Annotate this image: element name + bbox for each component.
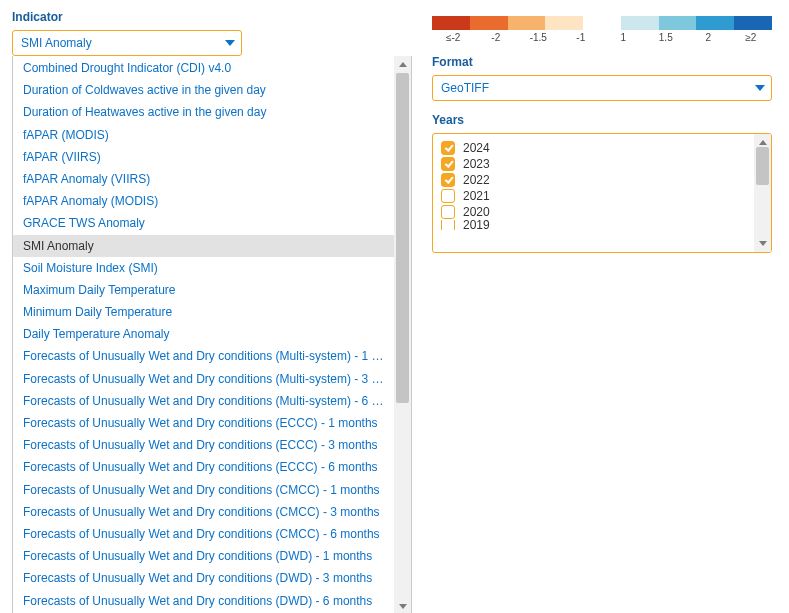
legend-tick: ≥2 <box>730 32 773 43</box>
indicator-option[interactable]: Forecasts of Unusually Wet and Dry condi… <box>13 479 394 501</box>
legend-swatch <box>432 16 470 30</box>
indicator-option[interactable]: Forecasts of Unusually Wet and Dry condi… <box>13 523 394 545</box>
indicator-option[interactable]: Maximum Daily Temperature <box>13 279 394 301</box>
indicator-option[interactable]: fAPAR (VIIRS) <box>13 146 394 168</box>
chevron-down-icon <box>755 85 765 91</box>
indicator-option[interactable]: Soil Moisture Index (SMI) <box>13 257 394 279</box>
legend-swatch <box>583 16 621 30</box>
color-legend: ≤-2-2-1.5-111.52≥2 <box>432 16 772 43</box>
indicator-option[interactable]: Forecasts of Unusually Wet and Dry condi… <box>13 434 394 456</box>
checkbox-icon[interactable] <box>441 189 455 203</box>
indicator-option[interactable]: Forecasts of Unusually Wet and Dry condi… <box>13 501 394 523</box>
indicator-select[interactable]: SMI Anomaly <box>12 30 242 56</box>
years-label: Years <box>432 113 772 127</box>
indicator-selected-value: SMI Anomaly <box>21 36 92 50</box>
indicator-option[interactable]: Combined Drought Indicator (CDI) v4.0 <box>13 57 394 79</box>
legend-swatch <box>734 16 772 30</box>
indicator-option[interactable]: Forecasts of Unusually Wet and Dry condi… <box>13 545 394 567</box>
year-option[interactable]: 2021 <box>441 188 746 204</box>
year-label: 2024 <box>463 141 490 155</box>
legend-tick: 2 <box>687 32 730 43</box>
years-scrollbar[interactable] <box>754 134 771 252</box>
legend-swatch <box>621 16 659 30</box>
indicator-option[interactable]: GRACE TWS Anomaly <box>13 212 394 234</box>
legend-tick: -1.5 <box>517 32 560 43</box>
indicator-option[interactable]: Daily Temperature Anomaly <box>13 323 394 345</box>
year-label: 2023 <box>463 157 490 171</box>
checkbox-icon[interactable] <box>441 220 455 230</box>
year-label: 2020 <box>463 205 490 219</box>
indicator-option[interactable]: Forecasts of Unusually Wet and Dry condi… <box>13 412 394 434</box>
indicator-option[interactable]: Forecasts of Unusually Wet and Dry condi… <box>13 590 394 612</box>
legend-tick: -2 <box>475 32 518 43</box>
legend-swatch <box>659 16 697 30</box>
indicator-dropdown: Combined Drought Indicator (CDI) v4.0Dur… <box>12 56 412 613</box>
format-select[interactable]: GeoTIFF <box>432 75 772 101</box>
indicator-option[interactable]: fAPAR (MODIS) <box>13 124 394 146</box>
scroll-thumb[interactable] <box>756 147 769 185</box>
scroll-thumb[interactable] <box>396 73 409 403</box>
indicator-option[interactable]: Forecasts of Unusually Wet and Dry condi… <box>13 456 394 478</box>
checkbox-icon[interactable] <box>441 141 455 155</box>
indicator-option[interactable]: fAPAR Anomaly (VIIRS) <box>13 168 394 190</box>
legend-swatch <box>508 16 546 30</box>
chevron-down-icon <box>225 40 235 46</box>
year-option[interactable]: 2019 <box>441 220 746 230</box>
legend-swatch <box>696 16 734 30</box>
year-option[interactable]: 2020 <box>441 204 746 220</box>
indicator-label: Indicator <box>12 10 412 24</box>
indicator-scrollbar[interactable] <box>394 56 411 613</box>
legend-swatch <box>545 16 583 30</box>
years-listbox: 202420232022202120202019 <box>432 133 772 253</box>
year-label: 2021 <box>463 189 490 203</box>
year-label: 2019 <box>463 220 490 230</box>
indicator-option[interactable]: SMI Anomaly <box>13 235 394 257</box>
legend-tick: 1 <box>602 32 645 43</box>
year-option[interactable]: 2022 <box>441 172 746 188</box>
year-option[interactable]: 2023 <box>441 156 746 172</box>
indicator-option[interactable]: Duration of Coldwaves active in the give… <box>13 79 394 101</box>
indicator-option[interactable]: Forecasts of Unusually Wet and Dry condi… <box>13 345 394 367</box>
indicator-option[interactable]: fAPAR Anomaly (MODIS) <box>13 190 394 212</box>
checkbox-icon[interactable] <box>441 157 455 171</box>
indicator-option[interactable]: Forecasts of Unusually Wet and Dry condi… <box>13 567 394 589</box>
scroll-down-icon[interactable] <box>394 598 411 613</box>
indicator-option[interactable]: Forecasts of Unusually Wet and Dry condi… <box>13 390 394 412</box>
legend-tick: -1 <box>560 32 603 43</box>
legend-swatch <box>470 16 508 30</box>
indicator-option[interactable]: Minimum Daily Temperature <box>13 301 394 323</box>
checkbox-icon[interactable] <box>441 205 455 219</box>
indicator-option[interactable]: Duration of Heatwaves active in the give… <box>13 101 394 123</box>
indicator-option[interactable]: Forecasts of Unusually Wet and Dry condi… <box>13 368 394 390</box>
scroll-down-icon[interactable] <box>754 235 771 252</box>
checkbox-icon[interactable] <box>441 173 455 187</box>
year-option[interactable]: 2024 <box>441 140 746 156</box>
legend-tick: ≤-2 <box>432 32 475 43</box>
scroll-up-icon[interactable] <box>394 56 411 73</box>
year-label: 2022 <box>463 173 490 187</box>
legend-tick: 1.5 <box>645 32 688 43</box>
format-label: Format <box>432 55 772 69</box>
format-selected-value: GeoTIFF <box>441 81 489 95</box>
